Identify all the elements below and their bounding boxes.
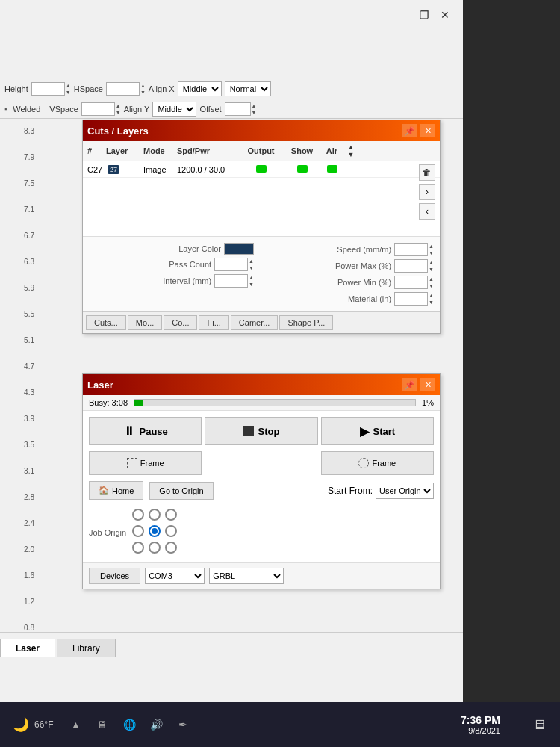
taskbar-icon-1[interactable]: 🖥 (89, 711, 116, 738)
stop-button[interactable]: Stop (205, 417, 317, 445)
maximize-button[interactable]: ❐ (414, 6, 435, 24)
ruler-mark: 1.6 (24, 571, 34, 580)
laser-control-buttons: ⏸ Pause Stop ▶ Start (83, 411, 440, 451)
origin-radio-bl[interactable] (132, 542, 144, 554)
expand-right-icon[interactable]: › (419, 184, 435, 200)
vspace-input[interactable]: 0.00 (81, 102, 115, 116)
pass-count-spinner[interactable]: 1 ▲▼ (214, 258, 254, 271)
material-input[interactable]: 0.197 (394, 292, 428, 306)
cuts-close-button[interactable]: ✕ (420, 124, 435, 137)
delete-icon[interactable]: 🗑 (419, 164, 435, 181)
origin-radio-ml[interactable] (132, 525, 144, 537)
pass-count-spin-arrows[interactable]: ▲▼ (249, 258, 254, 271)
power-min-input[interactable]: 0.00 (394, 276, 428, 289)
hspace-spinner[interactable]: 0.00 ▲▼ (106, 82, 146, 96)
hspace-input[interactable]: 0.00 (106, 82, 140, 96)
align-y-select[interactable]: Middle (152, 102, 196, 117)
temperature-display: 66°F (34, 719, 53, 730)
power-max-input[interactable]: 30.00 (394, 259, 428, 273)
origin-radio-tr[interactable] (165, 509, 177, 521)
scroll-down-icon[interactable]: ▼ (348, 151, 355, 158)
power-min-spinner[interactable]: 0.00 ▲▼ (394, 276, 434, 289)
mode-select[interactable]: Normal (225, 81, 271, 96)
height-spin-arrows[interactable]: ▲▼ (66, 82, 71, 96)
controller-select[interactable]: GRBL (209, 568, 284, 584)
show-led[interactable] (297, 165, 308, 173)
co-btn[interactable]: Co... (164, 315, 197, 330)
go-to-origin-button[interactable]: Go to Origin (149, 482, 213, 500)
devices-button[interactable]: Devices (89, 568, 140, 584)
hspace-spin-arrows[interactable]: ▲▼ (140, 82, 146, 96)
output-led[interactable] (256, 165, 267, 173)
library-tab[interactable]: Library (57, 639, 116, 657)
power-max-spin-arrows[interactable]: ▲▼ (429, 259, 434, 273)
interval-spinner[interactable]: 0.100 ▲▼ (214, 274, 254, 288)
speed-input[interactable]: 1200 (394, 243, 428, 256)
devices-row: Devices COM3 GRBL (83, 562, 440, 589)
cuts-layers-panel: Cuts / Layers 📌 ✕ # Layer Mode Spd/Pwr O… (82, 120, 441, 334)
com-port-select[interactable]: COM3 (145, 568, 205, 584)
origin-radio-br[interactable] (165, 542, 177, 554)
offset-spin-arrows[interactable]: ▲▼ (252, 102, 257, 116)
frame-button-1[interactable]: Frame (89, 451, 202, 475)
notification-icon[interactable]: 🖥 (526, 711, 553, 738)
scroll-up-icon[interactable]: ▲ (348, 143, 355, 151)
vspace-spinner[interactable]: 0.00 ▲▼ (81, 102, 121, 116)
pass-count-row: Pass Count 1 ▲▼ (89, 258, 254, 271)
speed-spin-arrows[interactable]: ▲▼ (429, 243, 434, 256)
align-y-label: Align Y (124, 105, 150, 114)
material-spinner[interactable]: 0.197 ▲▼ (394, 292, 434, 306)
material-spin-arrows[interactable]: ▲▼ (429, 292, 434, 306)
job-origin-grid[interactable] (132, 509, 180, 557)
close-button[interactable]: ✕ (435, 6, 455, 24)
offset-input[interactable]: 0 (225, 102, 251, 116)
power-min-spin-arrows[interactable]: ▲▼ (429, 276, 434, 289)
scroll-arrows[interactable]: ▲ ▼ (345, 143, 357, 158)
interval-spin-arrows[interactable]: ▲▼ (249, 274, 254, 288)
mo-btn[interactable]: Mo... (128, 315, 162, 330)
taskbar-icon-2[interactable]: 🌐 (116, 711, 143, 738)
home-button[interactable]: 🏠 Home (89, 481, 143, 500)
main-content: — ❐ ✕ Height 0.9843 ▲▼ HSpace 0.00 ▲▼ Al… (0, 0, 463, 702)
offset-spinner[interactable]: 0 ▲▼ (225, 102, 257, 116)
ruler-mark: 1.2 (24, 598, 34, 606)
laser-tab[interactable]: Laser (0, 639, 55, 657)
layer-color-swatch[interactable] (224, 243, 254, 255)
origin-radio-tl[interactable] (132, 509, 144, 521)
air-led[interactable] (327, 165, 337, 173)
pass-count-input[interactable]: 1 (214, 258, 248, 271)
minimize-button[interactable]: — (393, 6, 414, 24)
laser-status-label: Busy: 3:08 (89, 398, 128, 407)
speed-row: Speed (mm/m) 1200 ▲▼ (269, 243, 434, 256)
taskbar-icon-3[interactable]: 🔊 (143, 711, 169, 738)
origin-radio-bc[interactable] (149, 542, 161, 554)
camera-background (463, 0, 560, 702)
start-from-select[interactable]: User Origin (376, 483, 434, 499)
laser-close-button[interactable]: ✕ (420, 378, 435, 391)
frame-button-2[interactable]: Frame (321, 451, 434, 475)
pause-button[interactable]: ⏸ Pause (89, 417, 202, 445)
vspace-spin-arrows[interactable]: ▲▼ (116, 102, 121, 116)
speed-spinner[interactable]: 1200 ▲▼ (394, 243, 434, 256)
collapse-left-icon[interactable]: ‹ (419, 203, 435, 220)
camer-btn[interactable]: Camer... (231, 315, 279, 330)
start-button[interactable]: ▶ Start (321, 417, 434, 445)
origin-radio-mr[interactable] (165, 525, 177, 537)
cuts-pin-button[interactable]: 📌 (402, 124, 417, 137)
chevron-up-icon[interactable]: ▲ (62, 711, 89, 738)
height-input[interactable]: 0.9843 (31, 82, 65, 96)
origin-radio-tc[interactable] (149, 509, 161, 521)
cuts-btn[interactable]: Cuts... (86, 315, 126, 330)
shape-p-btn[interactable]: Shape P... (279, 315, 333, 330)
align-x-select[interactable]: Middle (178, 81, 222, 96)
settings-left: Layer Color Pass Count 1 ▲▼ Interval (mm… (89, 243, 254, 306)
ruler-mark: 4.7 (24, 362, 34, 371)
height-spinner[interactable]: 0.9843 ▲▼ (31, 82, 71, 96)
laser-pin-button[interactable]: 📌 (402, 378, 417, 391)
fi-btn[interactable]: Fi... (199, 315, 228, 330)
taskbar-icon-4[interactable]: ✒ (169, 711, 196, 738)
cuts-title: Cuts / Layers (87, 125, 149, 137)
power-max-spinner[interactable]: 30.00 ▲▼ (394, 259, 434, 273)
interval-input[interactable]: 0.100 (214, 274, 248, 288)
origin-radio-mc[interactable] (149, 525, 161, 537)
